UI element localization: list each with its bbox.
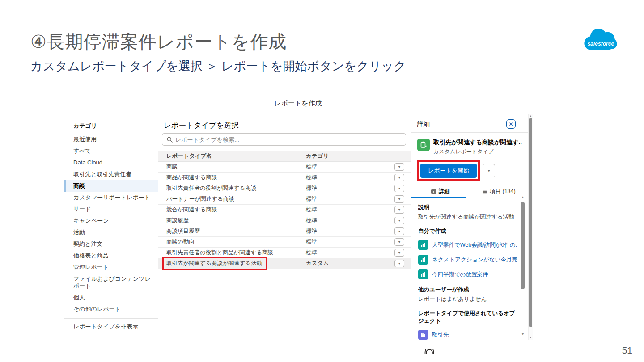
report-type-row[interactable]: パートナーが関連する商談標準▼ xyxy=(158,194,411,205)
start-report-dropdown[interactable]: ▼ xyxy=(483,164,495,177)
row-actions-dropdown[interactable]: ▼ xyxy=(394,163,404,171)
sidebar-item[interactable]: 取引先と取引先責任者 xyxy=(64,168,158,180)
sidebar-item[interactable]: すべて xyxy=(64,145,158,157)
sidebar-item[interactable]: 商談 xyxy=(64,180,158,192)
report-type-title: 取引先が関連する商談が関連す... xyxy=(433,139,522,147)
report-link-row[interactable]: ネクストアクションがない今月完... xyxy=(418,255,517,265)
report-link[interactable]: 大型案件でWeb会議/訪問が0件の... xyxy=(432,241,517,249)
detail-title: 詳細 xyxy=(417,120,430,128)
scroll-down-icon[interactable]: ▼ xyxy=(521,333,525,336)
detail-scrollbar-thumb[interactable] xyxy=(521,202,525,289)
dialog-scrollbar-thumb[interactable] xyxy=(529,118,532,327)
detail-scrollbar[interactable]: ▲ ▼ xyxy=(521,196,525,336)
report-icon xyxy=(418,255,428,265)
report-type-name-cell: 商談履歴 xyxy=(158,217,306,224)
create-report-dialog: カテゴリ 最近使用すべてData Cloud取引先と取引先責任者商談カスタマーサ… xyxy=(64,114,532,340)
detail-tabs: i 詳細 ≣ 項目 (134) xyxy=(411,185,528,198)
report-link-row[interactable]: 今四半期での放置案件 xyxy=(418,269,517,279)
sidebar-item[interactable]: 個人 xyxy=(64,292,158,303)
row-actions-dropdown[interactable]: ▼ xyxy=(394,238,404,246)
detail-panel-header: 詳細 ✕ xyxy=(411,114,528,133)
red-annotation-button: レポートを開始 xyxy=(419,162,478,179)
hide-report-types-link[interactable]: レポートタイプを非表示 xyxy=(64,319,158,333)
category-header: カテゴリ xyxy=(64,120,158,134)
category-sidebar: カテゴリ 最近使用すべてData Cloud取引先と取引先責任者商談カスタマーサ… xyxy=(64,114,158,340)
salesforce-cloud-icon: salesforce xyxy=(581,25,620,55)
report-type-name: 競合が関連する商談 xyxy=(166,206,217,213)
report-type-searchbox[interactable] xyxy=(162,133,406,146)
report-type-row[interactable]: 商談標準▼ xyxy=(158,162,411,173)
description-text: 取引先が関連する商談が関連する活動 xyxy=(418,213,517,221)
dialog-scroll-down-icon[interactable]: ▼ xyxy=(529,336,532,339)
row-actions-dropdown[interactable]: ▼ xyxy=(394,174,404,181)
report-type-category: 標準 xyxy=(306,217,373,224)
row-actions-dropdown[interactable]: ▼ xyxy=(394,185,404,192)
created-by-others-label: 他のユーザーが作成 xyxy=(418,286,517,294)
report-type-row[interactable]: 取引先が関連する商談が関連する活動カスタム▼ xyxy=(158,258,411,269)
report-type-row[interactable]: 取引先責任者の役割と商品が関連する商談標準▼ xyxy=(158,248,411,258)
row-actions-dropdown[interactable]: ▼ xyxy=(394,227,404,235)
report-type-row[interactable]: 商談項目履歴標準▼ xyxy=(158,226,411,237)
created-by-me-section: 自分で作成 大型案件でWeb会議/訪問が0件の...ネクストアクションがない今月… xyxy=(418,227,517,279)
sidebar-item[interactable]: リード xyxy=(64,203,158,215)
description-section: 説明 取引先が関連する商談が関連する活動 xyxy=(418,204,517,221)
tab-fields[interactable]: ≣ 項目 (134) xyxy=(470,185,528,198)
report-type-table: レポートタイプ名 カテゴリ 商談標準▼商品が関連する商談標準▼取引先責任者の役割… xyxy=(158,151,411,269)
row-actions-dropdown[interactable]: ▼ xyxy=(394,206,404,214)
row-actions-dropdown[interactable]: ▼ xyxy=(394,217,404,224)
scroll-up-icon[interactable]: ▲ xyxy=(521,196,525,199)
report-type-row[interactable]: 商談履歴標準▼ xyxy=(158,215,411,226)
sidebar-item[interactable]: Data Cloud xyxy=(64,157,158,168)
sidebar-item[interactable]: 活動 xyxy=(64,227,158,238)
report-type-name-cell: 競合が関連する商談 xyxy=(158,206,306,214)
report-link[interactable]: ネクストアクションがない今月完... xyxy=(432,256,517,264)
report-type-name: 商談項目履歴 xyxy=(166,228,200,234)
report-type-name-cell: パートナーが関連する商談 xyxy=(158,195,306,203)
row-actions-dropdown[interactable]: ▼ xyxy=(394,260,404,267)
dialog-scrollbar[interactable]: ▲ ▼ xyxy=(528,114,533,340)
row-actions-dropdown[interactable]: ▼ xyxy=(394,195,404,203)
report-type-row[interactable]: 商品が関連する商談標準▼ xyxy=(158,173,411,183)
report-type-name: 取引先責任者の役割が関連する商談 xyxy=(166,185,256,191)
report-icon xyxy=(418,269,428,279)
clipboard-icon xyxy=(420,141,427,148)
sidebar-item[interactable]: 管理レポート xyxy=(64,261,158,273)
sidebar-item[interactable]: 契約と注文 xyxy=(64,238,158,250)
report-type-category: 標準 xyxy=(306,238,373,246)
sidebar-item[interactable]: ファイルおよびコンテンツレポート xyxy=(64,273,158,292)
report-type-name: 商品が関連する商談 xyxy=(166,174,217,181)
report-type-meta: 取引先が関連する商談が関連す... カスタムレポートタイプ xyxy=(433,139,522,156)
partially-visible-icon xyxy=(424,346,517,354)
close-icon[interactable]: ✕ xyxy=(506,119,516,129)
report-link[interactable]: 今四半期での放置案件 xyxy=(432,271,488,278)
sidebar-item[interactable]: カスタマーサポートレポート xyxy=(64,192,158,203)
objects-section: レポートタイプで使用されているオブジェクト 取引先 xyxy=(418,310,517,340)
start-report-button[interactable]: レポートを開始 xyxy=(420,164,477,178)
report-type-name-cell: 取引先責任者の役割が関連する商談 xyxy=(158,185,306,192)
dialog-scroll-up-icon[interactable]: ▲ xyxy=(529,114,532,118)
sidebar-item[interactable]: 最近使用 xyxy=(64,134,158,145)
report-type-category: カスタム xyxy=(306,260,373,267)
search-input[interactable] xyxy=(175,136,406,143)
report-type-row[interactable]: 商談の動向標準▼ xyxy=(158,237,411,248)
report-type-category: 標準 xyxy=(306,206,373,214)
report-type-row[interactable]: 取引先責任者の役割が関連する商談標準▼ xyxy=(158,183,411,194)
column-header-name: レポートタイプ名 xyxy=(158,152,306,160)
sidebar-item[interactable]: 価格表と商品 xyxy=(64,250,158,261)
report-type-name-cell: 取引先が関連する商談が関連する活動 xyxy=(158,258,306,269)
row-actions-dropdown[interactable]: ▼ xyxy=(394,249,404,257)
tab-fields-label: 項目 (134) xyxy=(490,188,516,195)
report-link-row[interactable]: 大型案件でWeb会議/訪問が0件の... xyxy=(418,240,517,250)
description-label: 説明 xyxy=(418,204,517,211)
object-link[interactable]: 取引先 xyxy=(432,331,449,339)
detail-scroll-area: 説明 取引先が関連する商談が関連する活動 自分で作成 大型案件でWeb会議/訪問… xyxy=(411,198,528,354)
sidebar-item[interactable]: その他のレポート xyxy=(64,303,158,315)
report-type-category: 標準 xyxy=(306,163,373,171)
slide-title: ④長期停滞案件レポートを作成 xyxy=(30,29,287,54)
report-type-row[interactable]: 競合が関連する商談標準▼ xyxy=(158,205,411,215)
tab-details[interactable]: i 詳細 xyxy=(411,185,470,198)
object-row[interactable]: 取引先 xyxy=(418,330,517,340)
account-icon xyxy=(418,330,428,340)
active-tab-underline xyxy=(411,197,466,198)
sidebar-item[interactable]: キャンペーン xyxy=(64,215,158,227)
